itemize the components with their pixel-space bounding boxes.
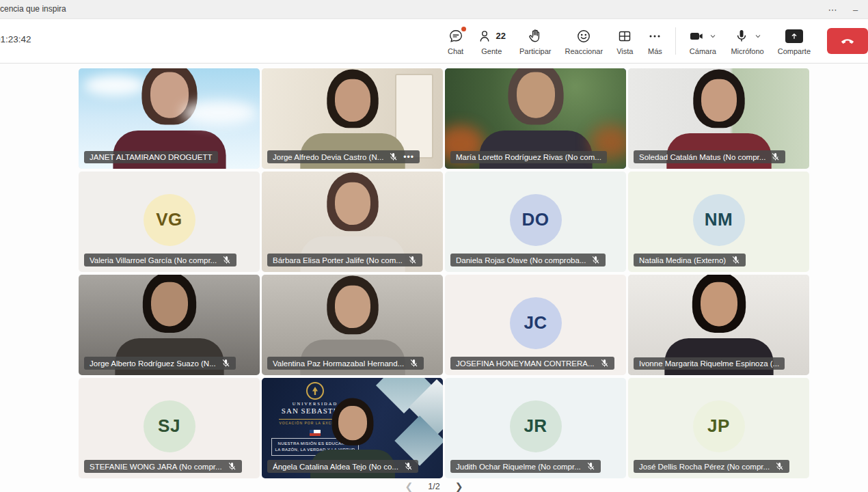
mic-muted-icon	[775, 462, 784, 471]
mic-muted-icon	[404, 462, 413, 471]
participant-name: Valeria Villarroel García (No compr...	[90, 256, 217, 264]
ellipsis-icon	[647, 27, 663, 45]
university-emblem-icon	[306, 382, 324, 400]
camera-button[interactable]: Cámara	[681, 20, 724, 62]
hangup-phone-icon	[839, 31, 856, 51]
chat-icon	[448, 27, 464, 45]
participant-name: Jorge Alfredo Devia Castro (N...	[273, 153, 383, 161]
participant-name: Soledad Catalán Matus (No compr...	[639, 153, 765, 161]
people-icon	[478, 28, 494, 44]
more-button[interactable]: Más	[640, 20, 670, 62]
participant-name-label: Daniela Rojas Olave (No comproba...	[450, 254, 606, 266]
microphone-icon	[733, 28, 750, 44]
participant-name: Jorge Alberto Rodríguez Suazo (N...	[90, 359, 216, 368]
mic-muted-icon	[409, 359, 418, 368]
toolbar-separator	[675, 27, 676, 55]
participant-name: Daniela Rojas Olave (No comproba...	[456, 256, 586, 264]
chat-button[interactable]: Chat	[441, 20, 471, 62]
avatar: JP	[693, 400, 745, 452]
avatar: JR	[510, 400, 562, 452]
participant-tile[interactable]: Valentina Paz Hormazabal Hernand...	[262, 275, 443, 375]
participant-name: Ivonne Margarita Riquelme Espinoza (...	[639, 359, 779, 368]
page-previous-chevron-icon[interactable]: ❮	[405, 480, 413, 492]
participant-tile[interactable]: UNIVERSIDADSAN SEBASTIÁNVOCACIÓN POR LA …	[262, 378, 443, 478]
mic-muted-icon	[591, 256, 600, 264]
participant-name-label: Jorge Alfredo Devia Castro (N...•••	[267, 150, 420, 163]
window-minimize-button[interactable]: –	[847, 0, 868, 19]
mic-muted-icon	[586, 462, 595, 471]
participant-name-label: STEFANIE WONG JARA (No compr...	[84, 460, 242, 473]
participant-name-label: JANET ALTAMIRANO DROGUETT	[84, 151, 218, 163]
participant-tile[interactable]: Bárbara Elisa Porter Jalife (No com...	[262, 172, 443, 272]
participant-tile[interactable]: JPJosé Dellis Rocha Pérez (No compr...	[628, 378, 809, 478]
participant-tile[interactable]: SJSTEFANIE WONG JARA (No compr...	[79, 378, 260, 478]
mic-muted-icon	[771, 152, 780, 161]
participant-tile[interactable]: DODaniela Rojas Olave (No comproba...	[445, 172, 626, 272]
participant-name-label: María Loretto Rodríguez Rivas (No com...	[450, 151, 607, 163]
participant-name-label: Valeria Villarroel García (No compr...	[84, 254, 236, 266]
participant-name: Valentina Paz Hormazabal Hernand...	[273, 359, 404, 368]
mic-muted-icon	[221, 359, 230, 368]
participant-name: Ángela Catalina Aldea Tejo (No co...	[273, 463, 398, 471]
participant-name-label: Valentina Paz Hormazabal Hernand...	[267, 357, 424, 370]
participant-name: Natalia Medina (Externo)	[639, 256, 726, 264]
grid-view-icon	[616, 27, 633, 45]
participant-name-label: Ángela Catalina Aldea Tejo (No co...	[267, 460, 418, 473]
avatar: VG	[144, 193, 195, 245]
page-next-chevron-icon[interactable]: ❯	[455, 480, 463, 492]
participant-name-label: Ivonne Margarita Riquelme Espinoza (...	[634, 357, 785, 370]
react-button[interactable]: Reaccionar	[558, 20, 610, 62]
participant-tile[interactable]: JCJOSEFINA HONEYMAN CONTRERA...	[445, 275, 626, 375]
participant-name-label: José Dellis Rocha Pérez (No compr...	[634, 460, 789, 473]
raised-hand-icon	[527, 27, 543, 45]
participant-tile[interactable]: VGValeria Villarroel García (No compr...	[79, 172, 260, 272]
participant-name-label: Jorge Alberto Rodríguez Suazo (N...	[84, 357, 236, 370]
avatar: SJ	[144, 400, 195, 452]
participant-name: JOSEFINA HONEYMAN CONTRERA...	[456, 359, 595, 368]
participant-name-label: Judith Ochar Riquelme (No compr...	[450, 460, 601, 473]
participant-name-label: JOSEFINA HONEYMAN CONTRERA...	[450, 357, 614, 370]
smiley-icon	[575, 27, 592, 45]
view-button[interactable]: Vista	[610, 20, 640, 62]
participant-name: María Loretto Rodríguez Rivas (No com...	[456, 153, 601, 161]
camera-chevron-down-icon[interactable]	[709, 32, 717, 40]
participant-name: Judith Ochar Riquelme (No compr...	[456, 463, 581, 471]
people-button[interactable]: 22 Gente	[471, 20, 513, 62]
raise-hand-button[interactable]: Participar	[513, 20, 558, 62]
share-button[interactable]: Comparte	[771, 20, 817, 62]
participant-name-label: Bárbara Elisa Porter Jalife (No com...	[267, 254, 422, 266]
window-more-button[interactable]: ⋯	[817, 0, 847, 19]
mic-muted-icon	[222, 256, 231, 264]
participant-name: Bárbara Elisa Porter Jalife (No com...	[273, 256, 403, 264]
hangup-button[interactable]	[827, 28, 868, 54]
microphone-button[interactable]: Micrófono	[724, 20, 770, 62]
mic-muted-icon	[228, 462, 236, 471]
share-screen-icon	[785, 29, 803, 43]
participant-tile[interactable]: Soledad Catalán Matus (No compr...	[628, 68, 809, 169]
participant-name-label: Natalia Medina (Externo)	[634, 254, 746, 266]
meeting-stage: JANET ALTAMIRANO DROGUETTJorge Alfredo D…	[0, 64, 868, 492]
participant-tile[interactable]: JANET ALTAMIRANO DROGUETT	[79, 68, 260, 169]
mic-muted-icon	[408, 256, 417, 264]
participant-tile[interactable]: María Loretto Rodríguez Rivas (No com...	[445, 68, 626, 169]
tile-more-icon[interactable]: •••	[403, 154, 414, 160]
grid-pagination: ❮ 1/2 ❯	[0, 480, 868, 492]
meeting-toolbar: 01:23:42 Chat 22	[0, 19, 868, 64]
participant-tile[interactable]: Ivonne Margarita Riquelme Espinoza (...	[628, 275, 809, 375]
participant-tile[interactable]: Jorge Alberto Rodríguez Suazo (N...	[79, 275, 260, 375]
avatar: JC	[510, 297, 562, 348]
participant-name: STEFANIE WONG JARA (No compr...	[90, 463, 222, 471]
participant-tile[interactable]: NMNatalia Medina (Externo)	[628, 172, 809, 272]
participant-grid: JANET ALTAMIRANO DROGUETTJorge Alfredo D…	[79, 68, 809, 478]
participant-name-label: Soledad Catalán Matus (No compr...	[634, 150, 785, 163]
participant-name: JANET ALTAMIRANO DROGUETT	[90, 153, 213, 161]
microphone-chevron-down-icon[interactable]	[754, 32, 762, 40]
mic-muted-icon	[600, 359, 609, 368]
participant-tile[interactable]: Jorge Alfredo Devia Castro (N...•••	[262, 68, 443, 169]
page-indicator: 1/2	[428, 480, 439, 492]
mic-muted-icon	[731, 256, 740, 264]
participant-tile[interactable]: JRJudith Ochar Riquelme (No compr...	[445, 378, 626, 478]
camera-icon	[688, 28, 705, 44]
mic-muted-icon	[389, 152, 398, 161]
meeting-timer: 01:23:42	[0, 34, 31, 44]
